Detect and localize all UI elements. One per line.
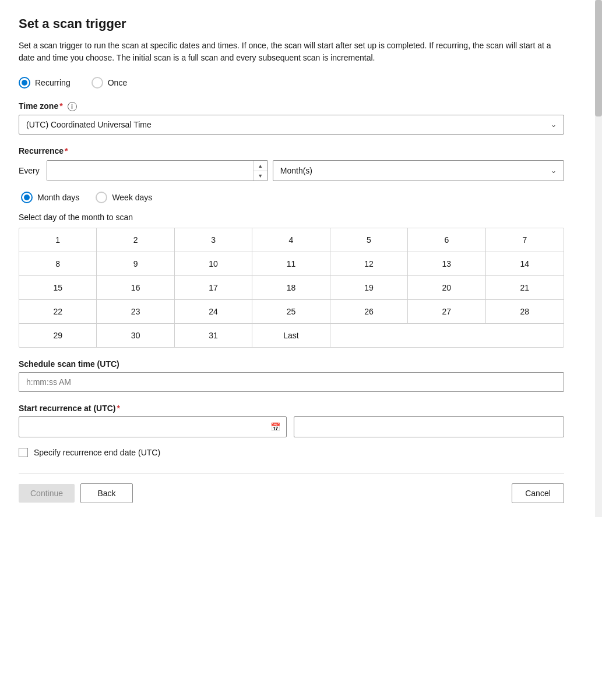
end-date-checkbox[interactable]	[19, 448, 28, 457]
day-cell-19[interactable]: 19	[330, 276, 408, 299]
day-cell-2[interactable]: 2	[97, 228, 174, 252]
timezone-dropdown[interactable]: (UTC) Coordinated Universal Time ⌄	[19, 115, 564, 135]
calendar-prompt: Select day of the month to scan	[19, 213, 564, 222]
spinner-down-button[interactable]: ▼	[254, 171, 267, 181]
month-days-radio[interactable]	[21, 192, 33, 203]
day-cell-empty-3	[486, 324, 564, 347]
month-days-option[interactable]: Month days	[21, 192, 79, 203]
calendar-icon[interactable]: 📅	[270, 422, 280, 432]
schedule-time-input[interactable]	[19, 372, 564, 392]
day-cell-4[interactable]: 4	[252, 228, 330, 252]
interval-spinner[interactable]: 1 ▲ ▼	[47, 160, 268, 181]
once-label: Once	[108, 78, 127, 87]
day-row-1: 1 2 3 4 5 6 7	[19, 228, 564, 252]
scrollbar-thumb[interactable]	[595, 0, 602, 116]
day-cell-21[interactable]: 21	[486, 276, 564, 299]
day-cell-10[interactable]: 10	[175, 252, 252, 275]
day-cell-last[interactable]: Last	[252, 324, 330, 347]
day-row-5: 29 30 31 Last	[19, 324, 564, 347]
start-recurrence-row: 2021-06-30 📅 9:33:00 PM	[19, 416, 564, 437]
trigger-type-group: Recurring Once	[19, 77, 564, 89]
day-cell-13[interactable]: 13	[408, 252, 485, 275]
every-label: Every	[19, 166, 40, 175]
page-description: Set a scan trigger to run the scan at sp…	[19, 40, 564, 64]
day-cell-9[interactable]: 9	[97, 252, 174, 275]
period-dropdown[interactable]: Month(s) ⌄	[273, 160, 564, 181]
recurring-option[interactable]: Recurring	[19, 77, 71, 89]
scrollbar[interactable]	[595, 0, 602, 517]
day-type-group: Month days Week days	[21, 192, 564, 203]
week-days-label: Week days	[112, 193, 152, 202]
day-cell-31[interactable]: 31	[175, 324, 252, 347]
schedule-label: Schedule scan time (UTC)	[19, 359, 564, 369]
spinner-buttons: ▲ ▼	[253, 161, 267, 181]
day-cell-8[interactable]: 8	[19, 252, 97, 275]
recurrence-row: Every 1 ▲ ▼ Month(s) ⌄	[19, 160, 564, 181]
day-cell-3[interactable]: 3	[175, 228, 252, 252]
timezone-label: Time zone* i	[19, 101, 564, 111]
day-cell-15[interactable]: 15	[19, 276, 97, 299]
day-cell-22[interactable]: 22	[19, 300, 97, 323]
continue-button[interactable]: Continue	[19, 484, 75, 503]
timezone-info-icon[interactable]: i	[68, 102, 77, 111]
page-title: Set a scan trigger	[19, 16, 564, 31]
day-cell-1[interactable]: 1	[19, 228, 97, 252]
period-value: Month(s)	[280, 166, 312, 175]
timezone-value: (UTC) Coordinated Universal Time	[26, 120, 152, 129]
day-cell-6[interactable]: 6	[408, 228, 485, 252]
day-cell-12[interactable]: 12	[330, 252, 408, 275]
end-date-row[interactable]: Specify recurrence end date (UTC)	[19, 448, 564, 457]
day-cell-16[interactable]: 16	[97, 276, 174, 299]
start-recurrence-section: Start recurrence at (UTC)* 2021-06-30 📅 …	[19, 404, 564, 437]
once-option[interactable]: Once	[91, 77, 127, 89]
once-radio[interactable]	[91, 77, 103, 89]
back-button[interactable]: Back	[80, 483, 133, 503]
date-input-wrapper: 2021-06-30 📅	[19, 416, 287, 437]
day-cell-23[interactable]: 23	[97, 300, 174, 323]
recurring-label: Recurring	[35, 78, 71, 87]
date-input[interactable]: 2021-06-30	[25, 422, 270, 432]
day-grid: 1 2 3 4 5 6 7 8 9 10 11 12 13 14 15 16	[19, 228, 564, 348]
recurring-radio[interactable]	[19, 77, 30, 89]
day-cell-17[interactable]: 17	[175, 276, 252, 299]
day-cell-empty-2	[408, 324, 485, 347]
start-recurrence-label: Start recurrence at (UTC)*	[19, 404, 564, 413]
day-cell-5[interactable]: 5	[330, 228, 408, 252]
end-date-label: Specify recurrence end date (UTC)	[34, 448, 160, 457]
chevron-down-icon: ⌄	[551, 121, 557, 129]
day-cell-28[interactable]: 28	[486, 300, 564, 323]
day-row-2: 8 9 10 11 12 13 14	[19, 252, 564, 276]
schedule-section: Schedule scan time (UTC)	[19, 359, 564, 392]
footer-buttons: Continue Back Cancel	[19, 473, 564, 503]
day-cell-14[interactable]: 14	[486, 252, 564, 275]
day-cell-26[interactable]: 26	[330, 300, 408, 323]
day-cell-29[interactable]: 29	[19, 324, 97, 347]
week-days-radio[interactable]	[96, 192, 107, 203]
recurrence-label: Recurrence*	[19, 146, 564, 155]
day-cell-empty-1	[330, 324, 408, 347]
day-cell-25[interactable]: 25	[252, 300, 330, 323]
day-cell-27[interactable]: 27	[408, 300, 485, 323]
week-days-option[interactable]: Week days	[96, 192, 152, 203]
day-cell-7[interactable]: 7	[486, 228, 564, 252]
month-days-label: Month days	[37, 193, 79, 202]
day-cell-20[interactable]: 20	[408, 276, 485, 299]
day-cell-11[interactable]: 11	[252, 252, 330, 275]
day-row-3: 15 16 17 18 19 20 21	[19, 276, 564, 300]
day-cell-24[interactable]: 24	[175, 300, 252, 323]
interval-input[interactable]: 1	[47, 161, 253, 181]
day-row-4: 22 23 24 25 26 27 28	[19, 300, 564, 324]
day-cell-18[interactable]: 18	[252, 276, 330, 299]
cancel-button[interactable]: Cancel	[512, 483, 564, 503]
day-cell-30[interactable]: 30	[97, 324, 174, 347]
start-time-input[interactable]: 9:33:00 PM	[294, 416, 564, 437]
period-chevron-icon: ⌄	[551, 167, 557, 175]
spinner-up-button[interactable]: ▲	[254, 161, 267, 171]
